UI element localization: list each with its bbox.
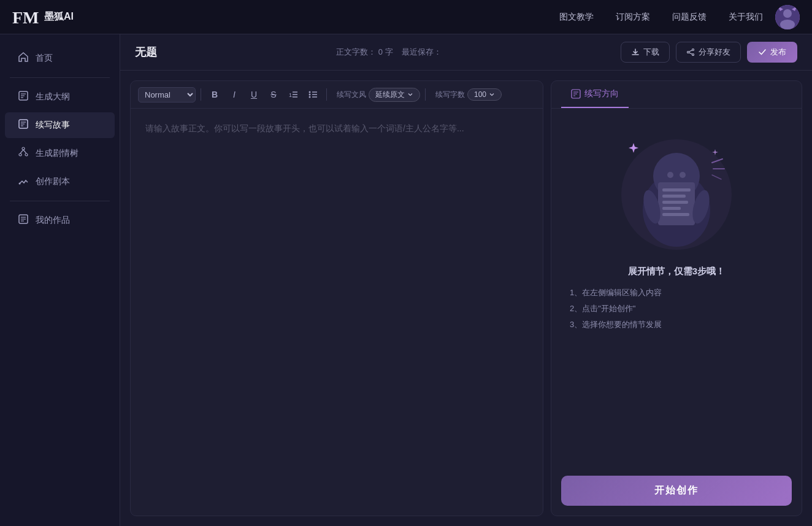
script-icon (17, 175, 29, 188)
logo-text: 墨狐AI (44, 10, 74, 23)
nav-link-feedback[interactable]: 问题反馈 (672, 12, 707, 23)
logo-area: FMX 墨狐AI (12, 6, 74, 28)
unordered-list-button[interactable] (304, 86, 321, 103)
strikethrough-button[interactable]: S (265, 86, 282, 103)
nav-link-plans[interactable]: 订阅方案 (616, 12, 650, 23)
underline-button[interactable]: U (245, 86, 262, 103)
doc-actions: 下载 分享好友 发布 (621, 42, 797, 63)
home-icon (17, 52, 29, 65)
ordered-list-button[interactable]: 1. (285, 86, 302, 103)
share-button[interactable]: 分享好友 (676, 42, 741, 63)
continue-style-section: 续写文风 延续原文 (337, 88, 420, 102)
sidebar-divider-2 (10, 201, 110, 201)
sidebar-item-my-works[interactable]: 我的作品 (5, 207, 115, 233)
svg-rect-45 (662, 195, 686, 198)
italic-button[interactable]: I (226, 86, 243, 103)
tab-continue-direction[interactable]: 续写方向 (561, 81, 629, 108)
sidebar-item-script[interactable]: 创作剧本 (5, 169, 115, 195)
chevron-down-icon-count (489, 91, 495, 98)
svg-point-32 (309, 96, 311, 98)
editor-placeholder: 请输入故事正文。你可以写一段故事开头，也可以试着输入一个词语/主人公名字等... (145, 121, 528, 136)
publish-button[interactable]: 发布 (747, 42, 797, 63)
continue-count-label: 续写字数 (435, 90, 465, 100)
sidebar-item-home-label: 首页 (36, 53, 53, 64)
logo-icon: FMX (12, 6, 39, 28)
continue-style-value: 延续原文 (375, 90, 405, 100)
sidebar-item-plot-tree[interactable]: 生成剧情树 (5, 141, 115, 166)
svg-point-16 (19, 183, 21, 185)
sidebar-item-plot-tree-label: 生成剧情树 (36, 148, 79, 159)
story-icon (17, 118, 29, 132)
sidebar-item-script-label: 创作剧本 (36, 176, 70, 187)
panel-tab-label: 续写方向 (584, 88, 619, 99)
publish-icon (758, 48, 767, 56)
word-unit: 字 (385, 47, 393, 56)
instruction-step-2: 2、点击"开始创作" (570, 301, 783, 317)
sidebar-item-story-label: 续写故事 (36, 120, 70, 131)
create-button[interactable]: 开始创作 (561, 476, 792, 506)
svg-rect-48 (662, 213, 689, 216)
svg-point-51 (667, 172, 673, 178)
unordered-list-icon (308, 90, 318, 99)
continue-style-label: 续写文风 (337, 90, 366, 100)
continue-count-value: 100 (474, 90, 486, 99)
svg-text:FMX: FMX (12, 8, 39, 27)
svg-point-30 (309, 91, 311, 93)
word-count-value: 0 (378, 47, 383, 56)
bold-button[interactable]: B (206, 86, 223, 103)
nav-link-about[interactable]: 关于我们 (729, 12, 763, 23)
sidebar-item-home[interactable]: 首页 (5, 45, 115, 71)
instruction-step-1: 1、在左侧编辑区输入内容 (570, 285, 783, 301)
sidebar-item-story[interactable]: 续写故事 (5, 112, 115, 138)
content-area: 无题 正文字数： 0 字 最近保存： 下载 (120, 34, 812, 526)
svg-point-22 (688, 52, 689, 53)
svg-point-52 (680, 172, 686, 178)
svg-point-31 (309, 94, 311, 96)
continue-count-tag[interactable]: 100 (467, 88, 502, 101)
word-count-label: 正文字数： (336, 47, 376, 56)
download-button[interactable]: 下载 (621, 42, 670, 63)
svg-point-3 (780, 20, 795, 29)
font-style-select[interactable]: Normal Heading 1 Heading 2 Heading 3 (138, 87, 196, 102)
svg-point-12 (19, 153, 21, 156)
toolbar-divider-1 (201, 88, 201, 101)
sidebar: 首页 生成大纲 续写故事 (0, 34, 120, 526)
last-saved-label: 最近保存： (402, 47, 442, 56)
doc-meta: 正文字数： 0 字 最近保存： (336, 47, 442, 58)
svg-line-15 (23, 150, 26, 153)
sidebar-item-outline[interactable]: 生成大纲 (5, 84, 115, 110)
main-layout: 首页 生成大纲 续写故事 (0, 34, 812, 526)
topnav: FMX 墨狐AI 图文教学 订阅方案 问题反馈 关于我们 (0, 0, 812, 34)
share-label: 分享好友 (699, 47, 730, 58)
svg-rect-47 (662, 207, 681, 210)
toolbar: Normal Heading 1 Heading 2 Heading 3 B I… (131, 81, 543, 109)
ordered-list-icon: 1. (288, 90, 298, 99)
toolbar-divider-2 (326, 88, 327, 101)
panel-tabs: 续写方向 (551, 81, 802, 109)
right-panel: 续写方向 (551, 80, 802, 516)
toolbar-divider-3 (425, 88, 426, 101)
svg-point-13 (25, 153, 28, 156)
chevron-down-icon-style (407, 91, 413, 98)
editor-body[interactable]: 请输入故事正文。你可以写一段故事开头，也可以试着输入一个词语/主人公名字等... (131, 109, 543, 516)
continue-style-tag[interactable]: 延续原文 (369, 88, 420, 102)
svg-rect-46 (662, 201, 688, 204)
doc-title[interactable]: 无题 (135, 45, 157, 60)
avatar[interactable] (775, 5, 800, 29)
instructions-title: 展开情节，仅需3步哦！ (570, 266, 783, 277)
svg-line-25 (689, 53, 692, 55)
sidebar-divider-1 (10, 77, 110, 78)
svg-point-11 (22, 147, 25, 150)
nav-link-tutorial[interactable]: 图文教学 (559, 12, 594, 23)
panel-footer: 开始创作 (551, 466, 802, 516)
svg-rect-44 (662, 188, 691, 191)
nav-links: 图文教学 订阅方案 问题反馈 关于我们 (559, 12, 763, 23)
svg-line-14 (20, 150, 23, 153)
sidebar-item-outline-label: 生成大纲 (36, 91, 70, 102)
instructions-area: 展开情节，仅需3步哦！ 1、在左侧编辑区输入内容 2、点击"开始创作" 3、选择… (564, 266, 789, 333)
illustration-area (609, 121, 744, 256)
download-icon (631, 48, 640, 56)
svg-point-21 (692, 49, 694, 51)
editor-container: Normal Heading 1 Heading 2 Heading 3 B I… (130, 80, 543, 516)
editor-panel-row: Normal Heading 1 Heading 2 Heading 3 B I… (120, 71, 812, 526)
